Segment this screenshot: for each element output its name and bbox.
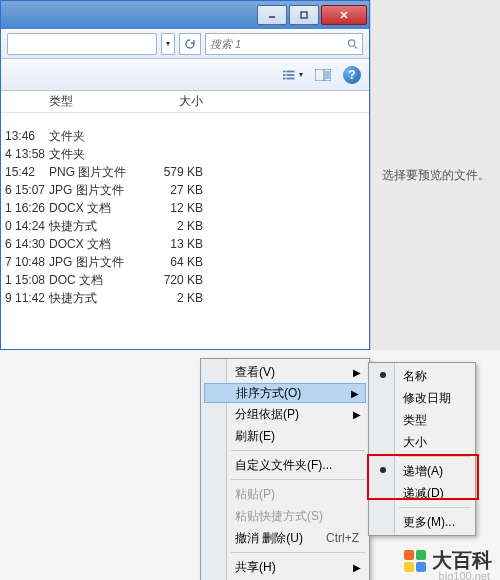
menu-paste: 粘贴(P) bbox=[203, 483, 367, 505]
menu-separator bbox=[231, 450, 365, 451]
menu-view[interactable]: 查看(V)▶ bbox=[203, 361, 367, 383]
sort-type[interactable]: 类型 bbox=[371, 409, 473, 431]
menu-separator bbox=[231, 479, 365, 480]
menu-group[interactable]: 分组依据(P)▶ bbox=[203, 403, 367, 425]
sort-size[interactable]: 大小 bbox=[371, 431, 473, 453]
svg-rect-11 bbox=[287, 77, 295, 79]
search-box[interactable] bbox=[205, 33, 363, 55]
title-bar bbox=[1, 1, 369, 29]
address-dropdown[interactable]: ▾ bbox=[161, 33, 175, 55]
table-row[interactable]: 6 15:07JPG 图片文件27 KB bbox=[1, 181, 369, 199]
col-size[interactable]: 大小 bbox=[149, 93, 219, 110]
minimize-button[interactable] bbox=[257, 5, 287, 25]
chevron-right-icon: ▶ bbox=[353, 409, 361, 420]
sort-more[interactable]: 更多(M)... bbox=[371, 511, 473, 533]
col-type[interactable]: 类型 bbox=[49, 93, 149, 110]
svg-rect-7 bbox=[287, 70, 295, 72]
sort-name[interactable]: 名称 bbox=[371, 365, 473, 387]
table-row[interactable]: 13:46文件夹 bbox=[1, 127, 369, 145]
chevron-right-icon: ▶ bbox=[353, 367, 361, 378]
table-row[interactable]: 1 16:26DOCX 文档12 KB bbox=[1, 199, 369, 217]
search-icon bbox=[347, 38, 358, 50]
table-row[interactable]: 4 13:58文件夹 bbox=[1, 145, 369, 163]
refresh-button[interactable] bbox=[179, 33, 201, 55]
svg-rect-9 bbox=[287, 74, 295, 76]
menu-separator bbox=[231, 552, 365, 553]
pane-icon bbox=[315, 69, 331, 81]
list-icon bbox=[283, 69, 297, 81]
menu-share[interactable]: 共享(H)▶ bbox=[203, 556, 367, 578]
menu-paste-shortcut: 粘贴快捷方式(S) bbox=[203, 505, 367, 527]
chevron-down-icon: ▾ bbox=[299, 70, 303, 79]
menu-sort[interactable]: 排序方式(O)▶ bbox=[204, 383, 366, 403]
watermark-url: big100.net bbox=[439, 570, 490, 580]
svg-point-4 bbox=[348, 39, 354, 45]
chevron-right-icon: ▶ bbox=[353, 562, 361, 573]
column-headers: 类型 大小 bbox=[1, 91, 369, 113]
menu-separator bbox=[399, 507, 471, 508]
table-row[interactable]: 9 11:42快捷方式2 KB bbox=[1, 289, 369, 307]
preview-hint: 选择要预览的文件。 bbox=[382, 167, 490, 184]
radio-icon bbox=[380, 467, 386, 473]
menu-refresh[interactable]: 刷新(E) bbox=[203, 425, 367, 447]
logo-icon bbox=[404, 550, 426, 572]
radio-icon bbox=[380, 372, 386, 378]
address-bar: ▾ bbox=[1, 29, 369, 59]
help-button[interactable]: ? bbox=[343, 66, 361, 84]
table-row[interactable]: 6 14:30DOCX 文档13 KB bbox=[1, 235, 369, 253]
table-row[interactable]: 1 15:08DOC 文档720 KB bbox=[1, 271, 369, 289]
svg-rect-6 bbox=[283, 70, 286, 72]
context-menu: 查看(V)▶ 排序方式(O)▶ 分组依据(P)▶ 刷新(E) 自定义文件夹(F)… bbox=[200, 358, 370, 580]
explorer-window: ▾ ▾ ? 类型 大小 13:46文件夹 4 13:58文件夹 15:42PNG… bbox=[0, 0, 370, 350]
chevron-right-icon: ▶ bbox=[351, 388, 359, 399]
preview-pane: 选择要预览的文件。 bbox=[370, 0, 500, 350]
search-input[interactable] bbox=[210, 38, 347, 50]
view-mode-button[interactable]: ▾ bbox=[283, 65, 303, 85]
svg-rect-1 bbox=[301, 12, 307, 18]
svg-line-5 bbox=[354, 45, 357, 48]
sort-submenu: 名称 修改日期 类型 大小 递增(A) 递减(D) 更多(M)... bbox=[368, 362, 476, 536]
file-list: 13:46文件夹 4 13:58文件夹 15:42PNG 图片文件579 KB … bbox=[1, 113, 369, 307]
table-row[interactable]: 0 14:24快捷方式2 KB bbox=[1, 217, 369, 235]
sort-desc[interactable]: 递减(D) bbox=[371, 482, 473, 504]
address-box[interactable] bbox=[7, 33, 157, 55]
menu-undo[interactable]: 撤消 删除(U)Ctrl+Z bbox=[203, 527, 367, 549]
refresh-icon bbox=[184, 38, 196, 50]
svg-rect-14 bbox=[325, 71, 330, 79]
table-row[interactable]: 7 10:48JPG 图片文件64 KB bbox=[1, 253, 369, 271]
sort-date[interactable]: 修改日期 bbox=[371, 387, 473, 409]
sort-asc[interactable]: 递增(A) bbox=[371, 460, 473, 482]
preview-pane-button[interactable] bbox=[313, 65, 333, 85]
close-button[interactable] bbox=[321, 5, 367, 25]
svg-rect-8 bbox=[283, 74, 286, 76]
maximize-button[interactable] bbox=[289, 5, 319, 25]
svg-rect-10 bbox=[283, 77, 286, 79]
menu-customize[interactable]: 自定义文件夹(F)... bbox=[203, 454, 367, 476]
table-row[interactable]: 15:42PNG 图片文件579 KB bbox=[1, 163, 369, 181]
toolbar: ▾ ? bbox=[1, 59, 369, 91]
menu-separator bbox=[399, 456, 471, 457]
